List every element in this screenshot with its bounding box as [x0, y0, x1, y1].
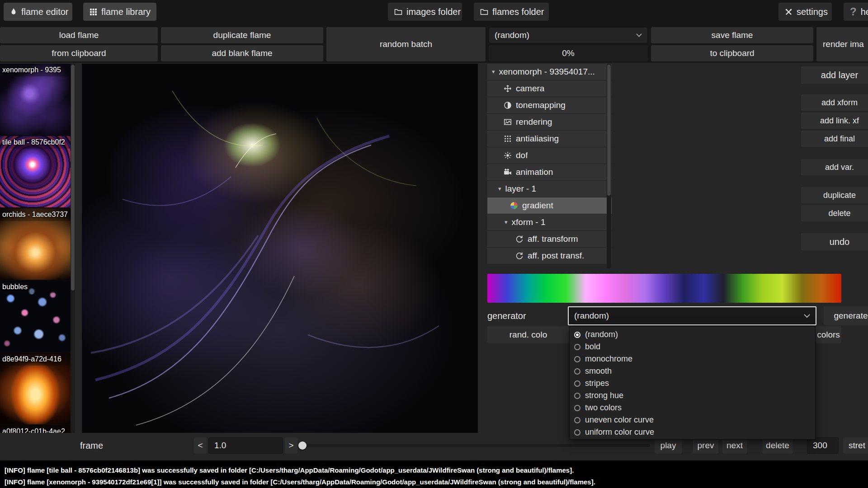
scrollbar-thumb[interactable] — [607, 65, 611, 196]
radio-icon — [574, 380, 580, 387]
tree-item-label: rendering — [516, 117, 552, 127]
tree-item-gradient[interactable]: gradient — [487, 197, 612, 214]
random-generator-select[interactable]: (random) — [489, 27, 648, 43]
library-scrollbar[interactable] — [71, 64, 75, 433]
flame-library-button[interactable]: flame library — [83, 3, 156, 21]
prev-button[interactable]: prev — [693, 437, 718, 454]
delete-frame-button[interactable]: delete — [763, 437, 793, 454]
flame-icon — [10, 8, 17, 16]
generate-button[interactable]: generate — [824, 306, 868, 325]
library-item-label: orchids - 1aece3737 — [0, 208, 71, 221]
chevron-down-icon[interactable]: ▾ — [492, 68, 495, 75]
radio-icon — [574, 356, 580, 362]
add-final-xform-button[interactable]: add final — [801, 131, 868, 147]
duplicate-flame-button[interactable]: duplicate flame — [161, 27, 323, 43]
generator-option-smooth[interactable]: smooth — [570, 365, 815, 377]
generator-option-uniform-color-curve[interactable]: uniform color curve — [570, 426, 815, 438]
frame-slider-handle[interactable] — [298, 441, 307, 450]
settings-button[interactable]: settings — [778, 3, 832, 21]
tree-item-label: xform - 1 — [512, 217, 546, 227]
fractal-preview-canvas[interactable] — [82, 64, 478, 433]
add-layer-button[interactable]: add layer — [801, 66, 868, 84]
random-generator-value: (random) — [495, 30, 529, 40]
chevron-down-icon[interactable]: ▾ — [498, 185, 501, 192]
chevron-down-icon — [804, 314, 810, 318]
radio-icon — [574, 429, 580, 436]
tree-scrollbar[interactable] — [607, 64, 611, 268]
generator-option-uneven-color-curve[interactable]: uneven color curve — [570, 414, 815, 426]
images-folder-button[interactable]: images folder — [388, 3, 462, 21]
tree-item-camera[interactable]: camera — [487, 80, 612, 97]
generator-option-strong-hue[interactable]: strong hue — [570, 389, 815, 402]
tree-item-animation[interactable]: animation — [487, 164, 612, 181]
add-blank-flame-button[interactable]: add blank flame — [161, 45, 323, 61]
add-xform-button[interactable]: add xform — [801, 94, 868, 111]
library-item[interactable]: orchids - 1aece3737 — [0, 208, 71, 281]
library-item[interactable]: xenomorph - 9395 — [0, 64, 71, 136]
library-item[interactable]: bubbles — [0, 281, 71, 353]
frame-label: frame — [80, 437, 103, 454]
frame-step-forward-button[interactable]: > — [285, 437, 297, 454]
tree-item-label: animation — [516, 167, 553, 177]
frames-count-input[interactable]: 300 — [807, 437, 839, 454]
tree-item-rendering[interactable]: rendering — [487, 114, 612, 131]
library-item[interactable]: d8e94f9-a72d-416 — [0, 353, 71, 425]
frame-value-input[interactable]: 1.0 — [208, 437, 283, 454]
add-linked-xform-button[interactable]: add link. xf — [801, 113, 868, 129]
scrollbar-thumb[interactable] — [71, 65, 75, 291]
tree-item-aff-post-transform[interactable]: aff. post transf. — [487, 248, 612, 264]
option-label: two colors — [585, 403, 622, 413]
option-label: monochrome — [585, 354, 632, 364]
undo-button[interactable]: undo — [801, 233, 868, 250]
log-panel: [INFO] flame [tile ball - 8576cb0f214681… — [0, 460, 868, 488]
frame-slider[interactable] — [297, 444, 650, 447]
help-icon: ? — [850, 5, 857, 18]
from-clipboard-button[interactable]: from clipboard — [0, 45, 158, 61]
generator-option-monochrome[interactable]: monochrome — [570, 353, 815, 365]
random-batch-button[interactable]: random batch — [326, 27, 486, 61]
option-label: (random) — [585, 330, 618, 339]
load-flame-button[interactable]: load flame — [0, 27, 158, 43]
tree-item-label: xenomorph - 93954017... — [499, 67, 595, 77]
tree-item-xform-1[interactable]: ▾ xform - 1 — [487, 214, 612, 231]
duplicate-button[interactable]: duplicate — [801, 187, 868, 203]
render-progress: 0% — [489, 45, 648, 61]
generator-option-bold[interactable]: bold — [570, 341, 815, 353]
tree-item-layer-1[interactable]: ▾ layer - 1 — [487, 181, 612, 197]
generator-option-stripes[interactable]: stripes — [570, 377, 815, 389]
tree-item-antialiasing[interactable]: antialiasing — [487, 131, 612, 147]
chevron-down-icon[interactable]: ▾ — [505, 219, 508, 225]
tree-item-aff-transform[interactable]: aff. transform — [487, 231, 612, 248]
gradient-generator-select[interactable]: (random) — [568, 306, 816, 325]
tree-item-tonemapping[interactable]: tonemapping — [487, 97, 612, 114]
flames-folder-button[interactable]: flames folder — [474, 3, 549, 21]
option-label: strong hue — [585, 391, 623, 400]
radio-icon — [574, 368, 580, 375]
frame-step-back-button[interactable]: < — [194, 437, 207, 454]
library-item[interactable]: tile ball - 8576cb0f2 — [0, 136, 71, 208]
render-image-button[interactable]: render ima — [816, 27, 868, 61]
save-flame-button[interactable]: save flame — [651, 27, 813, 43]
library-item-label: a0f8012-c01b-4ae2 — [0, 425, 71, 433]
tree-item-dof[interactable]: dof — [487, 147, 612, 164]
help-button[interactable]: ? he — [844, 3, 868, 21]
flame-editor-button[interactable]: flame editor — [4, 3, 72, 21]
rand-colors-button[interactable]: rand. colo — [487, 326, 569, 343]
add-variation-button[interactable]: add var. — [801, 159, 868, 175]
rand-colors-button-fragment[interactable]: colors — [816, 326, 841, 343]
generator-option-two-colors[interactable]: two colors — [570, 402, 815, 414]
play-button[interactable]: play — [655, 437, 682, 454]
gradient-bar[interactable] — [487, 274, 841, 303]
generator-option-random[interactable]: (random) — [570, 328, 815, 341]
next-button[interactable]: next — [722, 437, 747, 454]
library-item[interactable]: a0f8012-c01b-4ae2 — [0, 425, 71, 433]
generator-label: generator — [487, 306, 526, 325]
tree-item-root[interactable]: ▾ xenomorph - 93954017... — [487, 64, 612, 80]
option-label: smooth — [585, 366, 612, 376]
stretch-button[interactable]: stret — [843, 437, 868, 454]
tree-item-label: aff. transform — [528, 234, 578, 244]
to-clipboard-button[interactable]: to clipboard — [651, 45, 813, 61]
library-grid-icon — [90, 8, 97, 16]
delete-button[interactable]: delete — [801, 205, 868, 221]
folder-icon — [394, 8, 402, 15]
